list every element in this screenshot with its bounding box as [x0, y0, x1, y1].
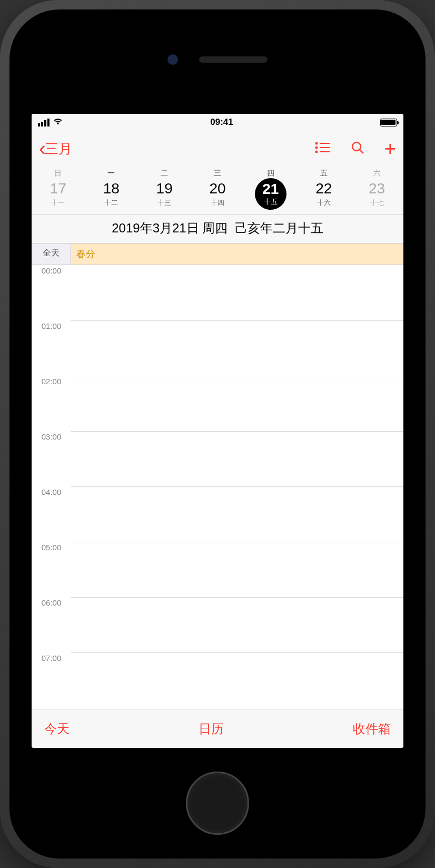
day-lunar: 十六	[297, 198, 350, 208]
day-lunar: 十二	[85, 198, 138, 208]
hour-slot[interactable]	[71, 376, 403, 431]
hour-row[interactable]: 03:00	[32, 431, 403, 486]
hour-label: 08:00	[32, 708, 71, 709]
inbox-button[interactable]: 收件箱	[353, 720, 391, 737]
day-num: 22	[297, 180, 350, 197]
hour-row[interactable]: 00:00	[32, 265, 403, 320]
svg-line-7	[360, 150, 363, 153]
day-lunar: 十四	[191, 198, 244, 208]
day-col-0[interactable]: 日 17 十一	[32, 167, 85, 214]
hour-slot[interactable]	[71, 320, 403, 376]
day-col-4[interactable]: 四 21 十五	[244, 167, 297, 214]
day-lunar: 十五	[264, 197, 278, 207]
back-label: 三月	[45, 140, 72, 158]
nav-right: +	[315, 139, 396, 159]
day-col-2[interactable]: 二 19 十三	[138, 167, 191, 214]
lunar-date: 己亥年二月十五	[235, 221, 323, 235]
allday-label: 全天	[32, 243, 71, 265]
front-camera	[167, 54, 178, 65]
status-right	[380, 119, 397, 126]
signal-icon	[38, 119, 50, 126]
hour-slot[interactable]	[71, 597, 403, 652]
home-button[interactable]	[186, 772, 249, 835]
calendars-button[interactable]: 日历	[199, 720, 224, 737]
day-name: 二	[138, 169, 191, 178]
day-col-1[interactable]: 一 18 十二	[85, 167, 138, 214]
day-col-3[interactable]: 三 20 十四	[191, 167, 244, 214]
selected-day-circle: 21 十五	[255, 178, 286, 210]
day-lunar: 十七	[350, 198, 403, 208]
hour-label: 03:00	[32, 431, 71, 486]
hour-row[interactable]: 08:00	[32, 708, 403, 709]
allday-event[interactable]: 春分	[71, 243, 403, 265]
week-header: 日 17 十一一 18 十二二 19 十三三 20 十四四 21 十五 五 22…	[32, 167, 403, 214]
phone-frame: 09:41 ‹ 三月 +	[0, 0, 435, 868]
hour-slot[interactable]	[71, 486, 403, 542]
day-col-6[interactable]: 六 23 十七	[350, 167, 403, 214]
hour-slot[interactable]	[71, 542, 403, 597]
svg-point-2	[315, 147, 317, 149]
hour-slot[interactable]	[71, 431, 403, 486]
hour-slot[interactable]	[71, 265, 403, 320]
day-num: 20	[191, 180, 244, 197]
svg-point-4	[315, 151, 317, 153]
day-name: 一	[85, 169, 138, 178]
hour-slot[interactable]	[71, 652, 403, 708]
hour-row[interactable]: 06:00	[32, 597, 403, 652]
day-name: 三	[191, 169, 244, 178]
phone-inner: 09:41 ‹ 三月 +	[9, 9, 426, 859]
day-num: 19	[138, 180, 191, 197]
day-name: 日	[32, 169, 85, 178]
status-bar: 09:41	[32, 114, 403, 131]
top-hardware	[9, 9, 426, 110]
list-icon[interactable]	[315, 141, 331, 156]
day-name: 五	[297, 169, 350, 178]
allday-row: 全天 春分	[32, 243, 403, 265]
hour-row[interactable]: 05:00	[32, 542, 403, 597]
day-lunar: 十一	[32, 198, 85, 208]
day-name: 四	[244, 169, 297, 178]
battery-icon	[380, 119, 397, 126]
day-num: 21	[262, 181, 279, 198]
day-col-5[interactable]: 五 22 十六	[297, 167, 350, 214]
hour-label: 02:00	[32, 376, 71, 431]
hours-scroll[interactable]: 00:0001:0002:0003:0004:0005:0006:0007:00…	[32, 265, 403, 709]
back-button[interactable]: ‹ 三月	[39, 138, 72, 160]
hour-row[interactable]: 01:00	[32, 320, 403, 376]
hour-label: 06:00	[32, 597, 71, 652]
date-header: 2019年3月21日 周四 己亥年二月十五	[32, 214, 403, 243]
day-num: 23	[350, 180, 403, 197]
hour-row[interactable]: 02:00	[32, 376, 403, 431]
hour-label: 00:00	[32, 265, 71, 320]
svg-point-6	[352, 142, 361, 151]
screen: 09:41 ‹ 三月 +	[32, 114, 403, 748]
status-left	[38, 117, 63, 128]
svg-point-0	[315, 143, 317, 144]
wifi-icon	[53, 117, 63, 128]
day-num: 17	[32, 180, 85, 197]
day-name: 六	[350, 169, 403, 178]
hour-row[interactable]: 04:00	[32, 486, 403, 542]
hour-label: 01:00	[32, 320, 71, 376]
hour-label: 05:00	[32, 542, 71, 597]
earpiece-speaker	[199, 56, 268, 63]
today-button[interactable]: 今天	[44, 720, 70, 737]
hour-label: 04:00	[32, 486, 71, 542]
toolbar: 今天 日历 收件箱	[32, 709, 403, 748]
search-icon[interactable]	[351, 141, 364, 157]
day-lunar: 十三	[138, 198, 191, 208]
day-num: 18	[85, 180, 138, 197]
hour-slot[interactable]	[71, 708, 403, 709]
status-time: 09:41	[210, 117, 233, 128]
gregorian-date: 2019年3月21日 周四	[112, 221, 228, 235]
hour-label: 07:00	[32, 652, 71, 708]
nav-bar: ‹ 三月 +	[32, 131, 403, 167]
hour-row[interactable]: 07:00	[32, 652, 403, 708]
add-icon[interactable]: +	[384, 139, 396, 159]
